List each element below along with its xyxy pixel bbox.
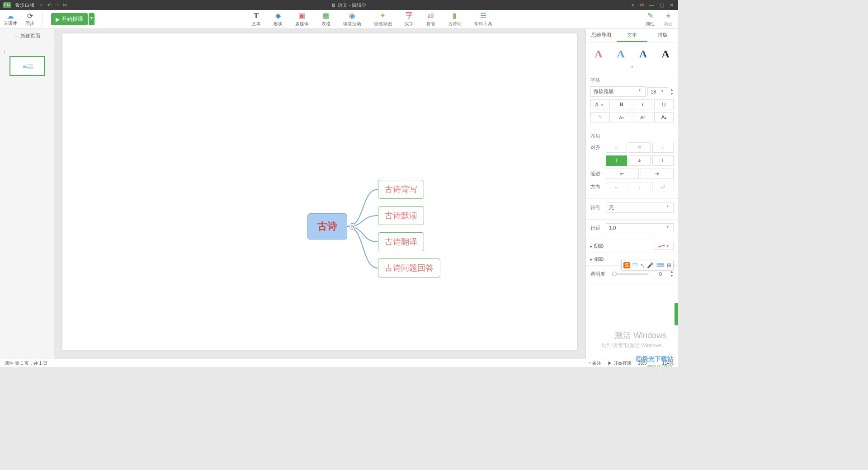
zoom-out-icon[interactable]: − [653, 361, 656, 366]
hanzi-icon: 字 [405, 12, 413, 20]
tool-mindmap[interactable]: ✦思维导图 [374, 12, 392, 27]
ime-lang[interactable]: 中 [632, 261, 638, 269]
opacity-down[interactable]: ▼ [670, 274, 674, 278]
canvas-area[interactable]: 古诗 ⊖ 古诗背写 古诗默读 古诗翻译 古诗问题回答 [54, 29, 585, 359]
mail-icon[interactable]: ✉ [640, 2, 644, 8]
ime-punct-icon[interactable]: •, [641, 262, 644, 268]
symbol-select[interactable]: 无▾ [606, 202, 674, 213]
mindmap-child-3[interactable]: 古诗翻译 [378, 232, 424, 251]
start-lesson-status-button[interactable]: ▶ 开始授课 [608, 360, 632, 367]
bold-button[interactable]: B [612, 99, 631, 109]
font-size-up[interactable]: ▲ [670, 88, 674, 92]
text-style-preset-1[interactable]: A [594, 48, 602, 60]
align-right-button[interactable]: ≡ [652, 143, 674, 153]
symbol-label: 符号 [590, 204, 604, 211]
cut-icon[interactable]: ✄ [63, 2, 67, 8]
tab-text[interactable]: 文本 [617, 29, 647, 42]
tool-text[interactable]: T文本 [252, 12, 261, 27]
line-spacing-label: 行距 [590, 225, 604, 231]
mindmap-collapse-button[interactable]: ⊖ [349, 223, 355, 230]
tab-layout[interactable]: 排版 [647, 29, 678, 42]
thumb-index: 1 [4, 50, 6, 54]
font-size-down[interactable]: ▼ [670, 92, 674, 96]
ime-badge: EN [3, 2, 11, 8]
opacity-slider[interactable] [612, 273, 648, 275]
undo-icon[interactable]: ↶ [47, 2, 52, 8]
maximize-icon[interactable]: ▢ [660, 2, 664, 8]
highlight-button[interactable]: A▫ [612, 113, 631, 122]
sync-button[interactable]: ⟳ 同步 [25, 12, 34, 27]
new-page-button[interactable]: ＋ 新建页面 [0, 29, 54, 43]
underline-button[interactable]: U [654, 99, 674, 109]
animation-button[interactable]: ★动画 [664, 12, 673, 27]
shadow-section-toggle[interactable]: ▸ 阴影 ▾ [586, 239, 678, 253]
tool-table[interactable]: ▦表格 [321, 12, 330, 27]
align-center-button[interactable]: ≣ [629, 142, 650, 153]
remark-button[interactable]: ≡ 备注 [589, 360, 602, 367]
tool-subject[interactable]: ☰学科工具 [474, 12, 492, 27]
opacity-up[interactable]: ▲ [670, 270, 674, 274]
direction-label: 方向 [590, 183, 604, 190]
tool-media[interactable]: ▣多媒体 [295, 12, 309, 27]
start-lesson-dropdown[interactable]: ▾ [89, 13, 94, 25]
play-icon: ▶ [56, 16, 60, 23]
font-family-select[interactable]: 微软雅黑▾ [590, 86, 646, 97]
tool-shape[interactable]: ◆形状 [274, 12, 283, 27]
style-more-caret[interactable]: ▾ [590, 65, 674, 69]
slide-thumbnail-1[interactable] [9, 56, 45, 76]
text-style-preset-2[interactable]: A [617, 48, 625, 60]
start-lesson-button[interactable]: ▶ 开始授课 [51, 13, 88, 25]
indent-increase-button[interactable]: ⇥ [641, 169, 674, 179]
status-bar: 课件 第 1 页，共 1 页 ≡ 备注 ▶ 开始授课 16:9 − 114% [0, 359, 678, 367]
dir-rtl-button[interactable]: ⇄ [652, 182, 674, 192]
tool-pinyin[interactable]: aō拼音 [426, 12, 435, 27]
subscript-button[interactable]: A₂ [654, 112, 674, 122]
share-icon[interactable]: < [632, 2, 634, 8]
redo-icon[interactable]: ↷ [55, 2, 59, 8]
doc-name: 语文 [338, 2, 348, 8]
tab-mindmap[interactable]: 思维导图 [586, 29, 617, 42]
line-spacing-select[interactable]: 1.0▾ [606, 223, 674, 232]
dir-horizontal-button[interactable]: ↔ [606, 182, 627, 192]
text-style-preset-4[interactable]: A [662, 48, 670, 60]
font-color-button[interactable]: A ▾ [590, 99, 610, 109]
mindmap-child-2[interactable]: 古诗默读 [378, 206, 424, 225]
cloud-courseware-button[interactable]: ☁ 云课件 [4, 12, 17, 27]
valign-bottom-button[interactable]: ⊥ [652, 155, 674, 166]
tool-activity[interactable]: ◉课堂活动 [343, 12, 361, 27]
minimize-icon[interactable]: — [649, 2, 654, 8]
font-section-title: 字体 [590, 77, 674, 84]
valign-middle-button[interactable]: ≑ [629, 155, 650, 166]
tool-poem[interactable]: ▮古诗词 [448, 12, 462, 27]
opacity-label: 透明度 [590, 271, 608, 277]
indent-decrease-button[interactable]: ⇤ [606, 169, 639, 179]
dir-vertical-button[interactable]: ↕ [629, 182, 650, 192]
close-icon[interactable]: ✕ [670, 2, 674, 8]
doc-icon: 🗎 [331, 2, 338, 8]
side-collapse-tab[interactable] [675, 303, 678, 325]
properties-panel: 思维导图 文本 排版 A A A A ▾ 字体 微软雅黑▾ 18▾ ▲ ▼ A … [585, 29, 678, 359]
clear-format-button[interactable]: ✎ [590, 112, 610, 122]
subject-icon: ☰ [479, 12, 487, 20]
italic-button[interactable]: I [633, 99, 652, 109]
ime-keyboard-icon[interactable]: ⌨ [656, 262, 664, 268]
align-left-button[interactable]: ≡ [606, 143, 627, 153]
mindmap-child-1[interactable]: 古诗背写 [378, 180, 424, 199]
valign-top-button[interactable]: ⊤ [606, 155, 627, 166]
app-name: 希沃白板 [15, 2, 35, 9]
mindmap-child-4[interactable]: 古诗问题回答 [378, 258, 440, 277]
mindmap-root-node[interactable]: 古诗 [307, 213, 347, 240]
ime-toolbar[interactable]: S 中 •, 🎤 ⌨ ⊞ [621, 260, 674, 270]
tool-hanzi[interactable]: 字汉字 [405, 12, 414, 27]
ime-settings-icon[interactable]: ⊞ [667, 262, 671, 268]
font-size-select[interactable]: 18▾ [647, 87, 668, 96]
app-menu-caret[interactable]: ▾ [38, 3, 44, 7]
opacity-value[interactable]: 0 [653, 269, 668, 278]
properties-button[interactable]: ✎属性 [646, 12, 655, 27]
aspect-ratio[interactable]: 16:9 [638, 361, 646, 366]
superscript-button[interactable]: A² [633, 113, 652, 122]
ime-mic-icon[interactable]: 🎤 [647, 262, 654, 268]
text-style-preset-3[interactable]: A [639, 48, 647, 60]
shadow-preview[interactable]: ▾ [654, 242, 674, 250]
brush-icon: ✎ [646, 12, 654, 20]
